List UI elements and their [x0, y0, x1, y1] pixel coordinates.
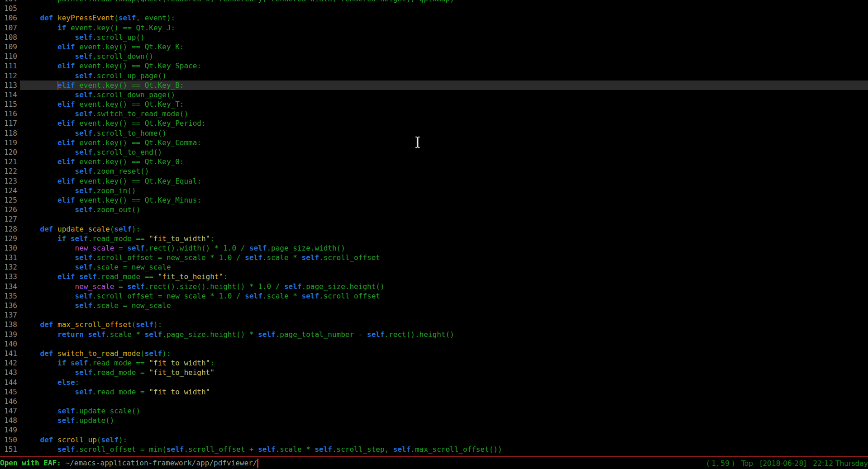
code-line-108[interactable]: 108 self.scroll_up() [0, 33, 868, 42]
code-line-132[interactable]: 132 self.scale = new_scale [0, 262, 868, 272]
code-text[interactable]: self.read_mode = "fit_to_width" [20, 387, 868, 397]
minibuffer-input[interactable]: ~/emacs-application-framework/app/pdfvie… [66, 459, 258, 467]
code-text[interactable]: elif event.key() == Qt.Key_Minus: [20, 195, 868, 205]
code-text[interactable]: else: [20, 378, 868, 387]
code-text[interactable]: def scroll_up(self): [20, 435, 868, 445]
code-line-127[interactable]: 127 [0, 214, 868, 224]
code-line-131[interactable]: 131 self.scroll_offset = new_scale * 1.0… [0, 253, 868, 262]
code-line-113[interactable]: 113 elif event.key() == Qt.Key_B: [0, 81, 868, 90]
code-text[interactable]: self.scale = new_scale [20, 262, 868, 272]
code-text[interactable]: self.update() [20, 416, 868, 425]
code-text[interactable]: return self.scale * self.page_size.heigh… [20, 330, 868, 339]
code-line-125[interactable]: 125 elif event.key() == Qt.Key_Minus: [0, 195, 868, 205]
code-text[interactable]: self.scroll_down_page() [20, 90, 868, 99]
code-text[interactable]: self.update_scale() [20, 406, 868, 416]
code-text[interactable]: elif event.key() == Qt.Key_Period: [20, 118, 868, 128]
token-code: event.key() == Qt.Key_0: [75, 157, 184, 166]
code-line-110[interactable]: 110 self.scroll_down() [0, 52, 868, 61]
code-line-150[interactable]: 150 def scroll_up(self): [0, 435, 868, 445]
code-text[interactable]: self.zoom_out() [20, 205, 868, 214]
code-text[interactable]: self.scroll_up_page() [20, 71, 868, 81]
code-line-121[interactable]: 121 elif event.key() == Qt.Key_0: [0, 157, 868, 166]
code-line-123[interactable]: 123 elif event.key() == Qt.Key_Equal: [0, 176, 868, 186]
code-text[interactable]: def update_scale(self): [20, 224, 868, 234]
code-line-124[interactable]: 124 self.zoom_in() [0, 186, 868, 195]
code-line-139[interactable]: 139 return self.scale * self.page_size.h… [0, 330, 868, 339]
code-line-145[interactable]: 145 self.read_mode = "fit_to_width" [0, 387, 868, 397]
code-line-142[interactable]: 142 if self.read_mode == "fit_to_width": [0, 358, 868, 368]
code-text[interactable] [20, 214, 868, 224]
code-line-149[interactable]: 149 [0, 425, 868, 435]
code-text[interactable]: self.scroll_offset = min(self.scroll_off… [20, 445, 868, 454]
code-line-106[interactable]: 106 def keyPressEvent(self, event): [0, 13, 868, 23]
code-line-107[interactable]: 107 if event.key() == Qt.Key_J: [0, 23, 868, 33]
code-text[interactable]: elif event.key() == Qt.Key_K: [20, 42, 868, 52]
code-line-130[interactable]: 130 new_scale = self.rect().width() * 1.… [0, 243, 868, 253]
code-text[interactable]: self.scroll_offset = new_scale * 1.0 / s… [20, 253, 868, 262]
code-line-128[interactable]: 128 def update_scale(self): [0, 224, 868, 234]
code-line-137[interactable]: 137 [0, 310, 868, 320]
code-line-143[interactable]: 143 self.read_mode = "fit_to_height" [0, 368, 868, 377]
code-text[interactable] [20, 4, 868, 13]
code-line-144[interactable]: 144 else: [0, 378, 868, 387]
code-text[interactable]: self.scroll_up() [20, 33, 868, 42]
code-text[interactable]: painter.drawPixmap(QRect(rendered_x, ren… [20, 0, 868, 4]
code-text[interactable]: elif event.key() == Qt.Key_Comma: [20, 138, 868, 147]
code-line-122[interactable]: 122 self.zoom_reset() [0, 166, 868, 176]
code-line-147[interactable]: 147 self.update_scale() [0, 406, 868, 416]
code-line-116[interactable]: 116 self.switch_to_read_mode() [0, 109, 868, 118]
code-line-112[interactable]: 112 self.scroll_up_page() [0, 71, 868, 81]
code-text[interactable] [20, 339, 868, 349]
code-text[interactable]: if self.read_mode == "fit_to_width": [20, 358, 868, 368]
code-line-135[interactable]: 135 self.scroll_offset = new_scale * 1.0… [0, 291, 868, 301]
code-line-136[interactable]: 136 self.scale = new_scale [0, 301, 868, 310]
code-line-105[interactable]: 105 [0, 4, 868, 13]
code-line-111[interactable]: 111 elif event.key() == Qt.Key_Space: [0, 61, 868, 71]
code-text[interactable]: elif self.read_mode == "fit_to_height": [20, 272, 868, 281]
code-text[interactable]: elif event.key() == Qt.Key_B: [20, 81, 868, 90]
code-line-118[interactable]: 118 self.scroll_to_home() [0, 128, 868, 138]
code-text[interactable]: elif event.key() == Qt.Key_Space: [20, 61, 868, 71]
code-text[interactable]: if event.key() == Qt.Key_J: [20, 23, 868, 33]
code-text[interactable]: def keyPressEvent(self, event): [20, 13, 868, 23]
code-line-120[interactable]: 120 self.scroll_to_end() [0, 147, 868, 157]
code-text[interactable]: self.zoom_reset() [20, 166, 868, 176]
code-text[interactable]: self.scroll_offset = new_scale * 1.0 / s… [20, 291, 868, 301]
code-line-114[interactable]: 114 self.scroll_down_page() [0, 90, 868, 99]
code-text[interactable] [20, 310, 868, 320]
code-line-117[interactable]: 117 elif event.key() == Qt.Key_Period: [0, 118, 868, 128]
code-text[interactable]: self.scroll_to_home() [20, 128, 868, 138]
code-text[interactable] [20, 397, 868, 406]
code-text[interactable]: elif event.key() == Qt.Key_Equal: [20, 176, 868, 186]
code-text[interactable]: self.read_mode = "fit_to_height" [20, 368, 868, 377]
code-line-141[interactable]: 141 def switch_to_read_mode(self): [0, 349, 868, 358]
code-text[interactable]: self.scale = new_scale [20, 301, 868, 310]
line-number: 125 [0, 195, 17, 205]
code-line-115[interactable]: 115 elif event.key() == Qt.Key_T: [0, 99, 868, 109]
code-text[interactable]: elif event.key() == Qt.Key_0: [20, 157, 868, 166]
code-text[interactable]: self.zoom_in() [20, 186, 868, 195]
code-text[interactable]: self.switch_to_read_mode() [20, 109, 868, 118]
code-line-109[interactable]: 109 elif event.key() == Qt.Key_K: [0, 42, 868, 52]
code-line-104[interactable]: 104 painter.drawPixmap(QRect(rendered_x,… [0, 0, 868, 4]
code-text[interactable]: if self.read_mode == "fit_to_width": [20, 234, 868, 243]
code-text[interactable]: def switch_to_read_mode(self): [20, 349, 868, 358]
code-text[interactable]: self.scroll_down() [20, 52, 868, 61]
code-line-140[interactable]: 140 [0, 339, 868, 349]
code-text[interactable]: elif event.key() == Qt.Key_T: [20, 99, 868, 109]
code-text[interactable]: self.scroll_to_end() [20, 147, 868, 157]
code-text[interactable]: def max_scroll_offset(self): [20, 320, 868, 329]
code-line-138[interactable]: 138 def max_scroll_offset(self): [0, 320, 868, 329]
code-line-151[interactable]: 151 self.scroll_offset = min(self.scroll… [0, 445, 868, 454]
code-text[interactable]: new_scale = self.rect().size().height() … [20, 282, 868, 291]
code-line-129[interactable]: 129 if self.read_mode == "fit_to_width": [0, 234, 868, 243]
code-line-148[interactable]: 148 self.update() [0, 416, 868, 425]
editor-buffer[interactable]: 104 painter.drawPixmap(QRect(rendered_x,… [0, 0, 868, 456]
code-line-133[interactable]: 133 elif self.read_mode == "fit_to_heigh… [0, 272, 868, 281]
code-line-119[interactable]: 119 elif event.key() == Qt.Key_Comma: [0, 138, 868, 147]
code-text[interactable]: new_scale = self.rect().width() * 1.0 / … [20, 243, 868, 253]
code-text[interactable] [20, 425, 868, 435]
code-line-134[interactable]: 134 new_scale = self.rect().size().heigh… [0, 282, 868, 291]
code-line-146[interactable]: 146 [0, 397, 868, 406]
code-line-126[interactable]: 126 self.zoom_out() [0, 205, 868, 214]
